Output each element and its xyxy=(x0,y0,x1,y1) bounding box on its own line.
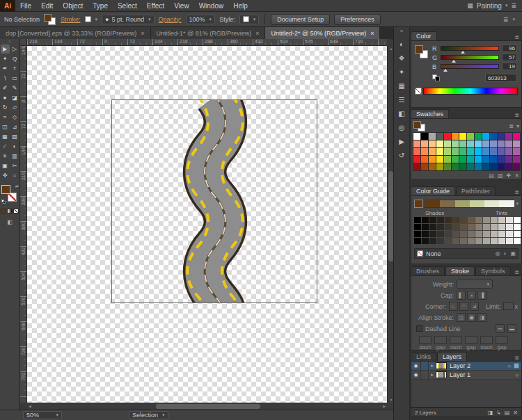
swatch[interactable] xyxy=(421,133,428,140)
dock-graphic-styles-icon[interactable]: ▦ xyxy=(396,80,408,91)
vertical-ruler[interactable]: 14472072144216288360432504576648720792 xyxy=(20,46,27,403)
color-guide-menu-icon[interactable]: ≣ xyxy=(514,189,522,195)
channel-value-b[interactable]: 19 xyxy=(502,63,517,70)
dock-actions-icon[interactable]: ▶ xyxy=(396,136,408,147)
swap-fill-stroke-icon[interactable]: ⇄ xyxy=(15,184,19,188)
variation-swatch[interactable] xyxy=(437,231,444,237)
miter-join-button[interactable]: ∟ xyxy=(449,302,458,311)
scale-tool[interactable]: ▱ xyxy=(10,103,19,112)
target-circle-icon[interactable]: ○ xyxy=(515,372,519,378)
free-transform-tool[interactable]: ◇ xyxy=(10,113,19,122)
variation-swatch[interactable] xyxy=(483,231,490,237)
swatch[interactable] xyxy=(452,156,459,163)
swatch[interactable] xyxy=(436,133,443,140)
tab-stroke[interactable]: Stroke xyxy=(445,266,475,275)
variation-swatch[interactable] xyxy=(429,224,436,230)
swatch[interactable] xyxy=(444,156,451,163)
swatch[interactable] xyxy=(482,140,489,147)
variation-swatch[interactable] xyxy=(468,217,475,223)
zoom-tool[interactable]: ○ xyxy=(10,171,19,180)
variation-swatch[interactable] xyxy=(483,224,490,230)
variation-swatch[interactable] xyxy=(437,238,444,244)
brush-definition-combo[interactable]: ● 5 pt. Round ▾ xyxy=(102,15,155,24)
swatch[interactable] xyxy=(413,163,420,170)
variation-swatch[interactable] xyxy=(414,238,421,244)
color-fill-stroke-chips[interactable] xyxy=(415,45,429,59)
gradient-mode-button[interactable] xyxy=(7,209,13,213)
menu-type[interactable]: Type xyxy=(88,0,113,11)
swatch[interactable] xyxy=(459,133,466,140)
new-sublayer-icon[interactable]: ↳ xyxy=(496,410,501,416)
visibility-eye-icon[interactable]: ◉ xyxy=(411,362,421,370)
variation-swatch[interactable] xyxy=(491,238,498,244)
tab-close-icon[interactable]: × xyxy=(255,30,259,37)
swatch[interactable] xyxy=(505,133,512,140)
swatch[interactable] xyxy=(482,156,489,163)
variation-swatch[interactable] xyxy=(452,217,459,223)
variation-swatch[interactable] xyxy=(460,224,467,230)
default-fill-stroke-icon[interactable] xyxy=(1,200,6,204)
dock-align-icon[interactable]: ☰ xyxy=(396,94,408,105)
dock-info-icon[interactable]: ◐ xyxy=(396,38,408,49)
variation-swatch[interactable] xyxy=(483,217,490,223)
swatch[interactable] xyxy=(452,140,459,147)
variation-swatch[interactable] xyxy=(475,231,482,237)
variation-swatch[interactable] xyxy=(414,217,421,223)
fill-stroke-widget[interactable]: ⇄ xyxy=(1,185,18,203)
workspace-switcher[interactable]: Painting xyxy=(477,2,502,10)
dash-field[interactable] xyxy=(434,336,447,344)
tab-symbols[interactable]: Symbols xyxy=(475,266,511,275)
swatches-panel-menu-icon[interactable]: ≣ xyxy=(514,112,522,118)
tab-close-icon[interactable]: × xyxy=(141,30,144,37)
menu-effect[interactable]: Effect xyxy=(142,0,169,11)
target-circle-icon[interactable]: ○ xyxy=(507,363,511,369)
align-dashes-icon[interactable]: ▬ xyxy=(507,324,516,333)
line-segment-tool[interactable]: ∖ xyxy=(1,74,10,83)
gradient-tool[interactable]: ▧ xyxy=(10,132,19,141)
preferences-button[interactable]: Preferences xyxy=(334,14,381,25)
rectangle-tool[interactable]: ▭ xyxy=(10,74,19,83)
dash-field[interactable] xyxy=(419,336,432,344)
tab-swatches[interactable]: Swatches xyxy=(411,109,449,118)
swatch[interactable] xyxy=(467,140,474,147)
variation-swatch[interactable] xyxy=(437,224,444,230)
variation-swatch[interactable] xyxy=(460,238,467,244)
swatch[interactable] xyxy=(467,156,474,163)
swatch[interactable] xyxy=(421,140,428,147)
expand-triangle-icon[interactable]: ▸ xyxy=(429,363,436,369)
variation-swatch[interactable] xyxy=(429,217,436,223)
harmony-chip[interactable] xyxy=(425,200,440,207)
horizontal-ruler[interactable]: 21614472072144216288360432504576648720 xyxy=(27,39,387,46)
dock-expand-icon[interactable]: « xyxy=(394,27,409,35)
variation-swatch[interactable] xyxy=(498,238,505,244)
slice-tool[interactable]: ✂ xyxy=(10,161,19,170)
magic-wand-tool[interactable]: ✦ xyxy=(1,54,10,63)
variation-swatch[interactable] xyxy=(475,238,482,244)
variation-swatch[interactable] xyxy=(506,231,513,237)
screen-mode-button[interactable]: ◧ xyxy=(0,219,19,225)
artboard-tool[interactable]: ▣ xyxy=(1,161,10,170)
visibility-eye-icon[interactable]: ◉ xyxy=(411,371,421,379)
horizontal-scroll-thumb[interactable] xyxy=(156,404,260,409)
stroke-swatch[interactable] xyxy=(85,16,91,22)
miter-limit-field[interactable] xyxy=(503,302,514,310)
scroll-left-icon[interactable]: ◀ xyxy=(29,404,31,408)
color-mode-button[interactable] xyxy=(1,209,6,213)
swatch[interactable] xyxy=(429,156,436,163)
swatch[interactable] xyxy=(498,140,505,147)
swatch[interactable] xyxy=(513,133,520,140)
variation-swatch[interactable] xyxy=(514,238,521,244)
lock-cell[interactable] xyxy=(421,371,429,379)
variation-swatch[interactable] xyxy=(506,238,513,244)
status-tool-combo[interactable]: Selection ▾ xyxy=(129,411,168,419)
document-tab[interactable]: Untitled-2* @ 50% (RGB/Preview)× xyxy=(265,27,380,39)
channel-value-g[interactable]: 57 xyxy=(502,54,517,61)
rotate-tool[interactable]: ↻ xyxy=(1,103,10,112)
variation-swatch[interactable] xyxy=(475,224,482,230)
swatch[interactable] xyxy=(498,148,505,155)
variation-swatch[interactable] xyxy=(414,224,421,230)
harmony-chip[interactable] xyxy=(455,200,470,207)
edit-colors-icon[interactable]: ◐ xyxy=(504,250,507,257)
swatch[interactable] xyxy=(429,163,436,170)
opacity-link[interactable]: Opacity: xyxy=(159,16,182,23)
